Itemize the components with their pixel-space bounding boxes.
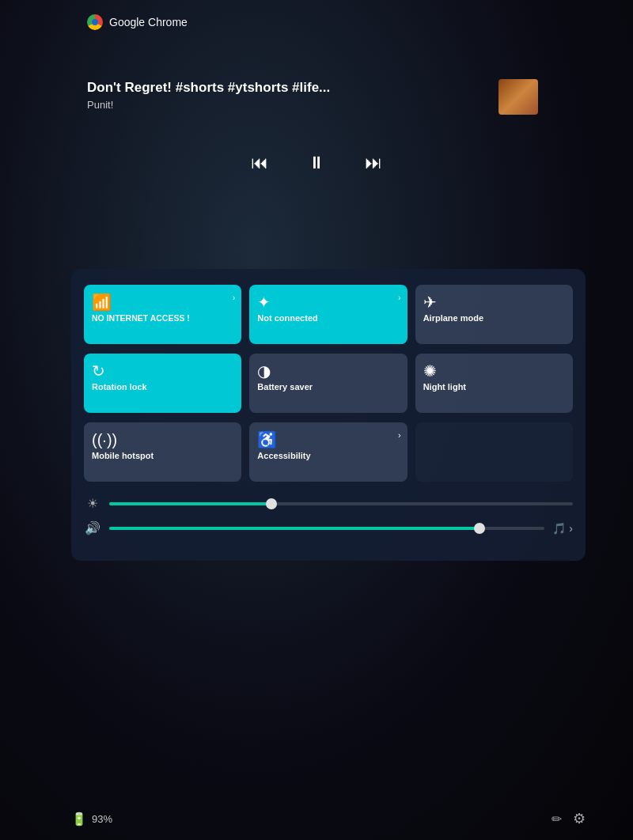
volume-icon-left: 🔊	[84, 520, 101, 535]
brightness-track[interactable]	[109, 502, 573, 505]
night-light-tile[interactable]: ✺ Night light	[415, 354, 573, 413]
quick-actions-row3: ((·)) Mobile hotspot ♿ › Accessibility	[84, 422, 573, 482]
wifi-tile[interactable]: 📶 › NO INTERNET ACCESS !	[84, 285, 241, 344]
airplane-label: Airplane mode	[423, 313, 483, 324]
battery-saver-tile[interactable]: ◑ Battery saver	[249, 354, 407, 413]
airplane-icon: ✈	[423, 294, 437, 310]
accessibility-arrow: ›	[398, 430, 401, 440]
settings-button[interactable]: ⚙	[573, 810, 586, 827]
media-info: Don't Regret! #shorts #ytshorts #life...…	[87, 79, 538, 115]
media-artist: Punit!	[87, 99, 489, 111]
bluetooth-arrow: ›	[398, 293, 401, 302]
rotation-tile[interactable]: ↻ Rotation lock	[84, 354, 241, 413]
quick-actions-row2: ↻ Rotation lock ◑ Battery saver ✺ Night …	[84, 354, 573, 413]
empty-tile	[415, 422, 573, 482]
title-bar: Google Chrome	[87, 14, 586, 30]
brightness-slider-row: ☀	[84, 496, 573, 511]
battery-icon: 🔋	[71, 812, 87, 827]
media-text: Don't Regret! #shorts #ytshorts #life...…	[87, 79, 489, 111]
volume-thumb[interactable]	[474, 523, 485, 534]
quick-actions-row1: 📶 › NO INTERNET ACCESS ! ✦ › Not connect…	[84, 285, 573, 344]
volume-slider-row: 🔊 🎵 ›	[84, 520, 573, 535]
hotspot-tile[interactable]: ((·)) Mobile hotspot	[84, 422, 241, 482]
wifi-arrow: ›	[233, 293, 236, 302]
media-controls: ⏮ ⏸ ⏭	[87, 154, 546, 172]
prev-button[interactable]: ⏮	[251, 154, 268, 172]
battery-saver-label: Battery saver	[257, 382, 313, 392]
volume-fill	[109, 527, 479, 530]
bottom-bar: 🔋 93% ✏ ⚙	[71, 810, 586, 827]
quick-actions-panel: 📶 › NO INTERNET ACCESS ! ✦ › Not connect…	[71, 269, 586, 561]
hotspot-label: Mobile hotspot	[92, 451, 154, 461]
accessibility-tile[interactable]: ♿ › Accessibility	[249, 422, 407, 482]
chrome-icon	[87, 14, 103, 30]
edit-button[interactable]: ✏	[552, 812, 562, 827]
bluetooth-label: Not connected	[257, 313, 317, 324]
night-light-label: Night light	[423, 382, 466, 392]
brightness-thumb[interactable]	[266, 498, 277, 509]
brightness-fill	[109, 502, 271, 505]
media-title: Don't Regret! #shorts #ytshorts #life...	[87, 79, 489, 96]
screen-background: Google Chrome Don't Regret! #shorts #yts…	[0, 0, 633, 840]
app-title: Google Chrome	[109, 16, 188, 28]
battery-info: 🔋 93%	[71, 812, 112, 827]
volume-track[interactable]	[109, 527, 544, 530]
bluetooth-tile[interactable]: ✦ › Not connected	[249, 285, 407, 344]
wifi-icon: 📶	[92, 294, 112, 310]
media-thumbnail	[498, 79, 538, 115]
accessibility-label: Accessibility	[257, 451, 310, 461]
hotspot-icon: ((·))	[92, 432, 117, 448]
brightness-icon-left: ☀	[84, 496, 101, 511]
wifi-label: NO INTERNET ACCESS !	[92, 313, 190, 324]
pause-button[interactable]: ⏸	[308, 154, 325, 172]
airplane-tile[interactable]: ✈ Airplane mode	[415, 285, 573, 344]
night-light-icon: ✺	[423, 363, 437, 379]
rotation-icon: ↻	[92, 363, 105, 379]
battery-saver-icon: ◑	[257, 363, 271, 379]
accessibility-icon: ♿	[257, 432, 277, 448]
rotation-label: Rotation lock	[92, 382, 147, 392]
bluetooth-icon: ✦	[257, 294, 271, 310]
next-button[interactable]: ⏭	[365, 154, 382, 172]
volume-icon-right: 🎵 ›	[552, 522, 573, 535]
battery-percentage: 93%	[92, 813, 112, 825]
